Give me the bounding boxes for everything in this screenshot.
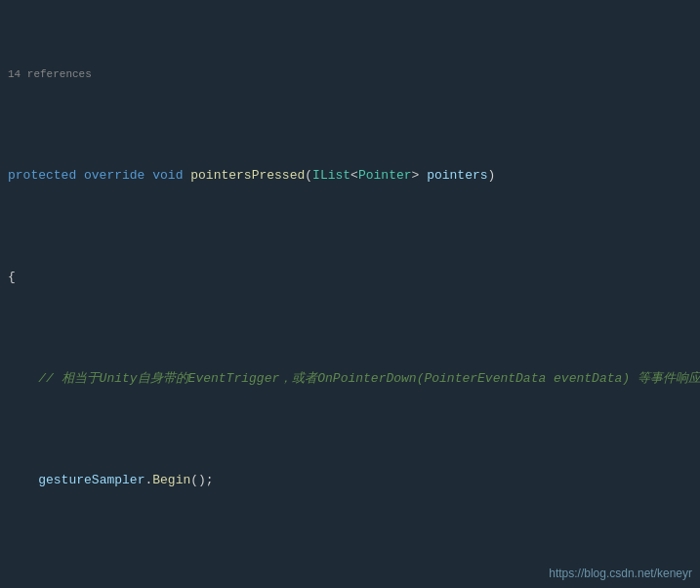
code-editor: 14 references protected override void po… [0,0,700,588]
line-brace1: { [0,268,700,288]
line-ref1: 14 references [0,64,700,85]
line-sig1: protected override void pointersPressed(… [0,166,700,187]
line-begin1: gestureSampler.Begin(); [0,471,700,491]
watermark: https://blog.csdn.net/keneyr [549,567,692,580]
line-comment1: // 相当于Unity自身带的EventTrigger，或者OnPointerD… [0,369,700,390]
